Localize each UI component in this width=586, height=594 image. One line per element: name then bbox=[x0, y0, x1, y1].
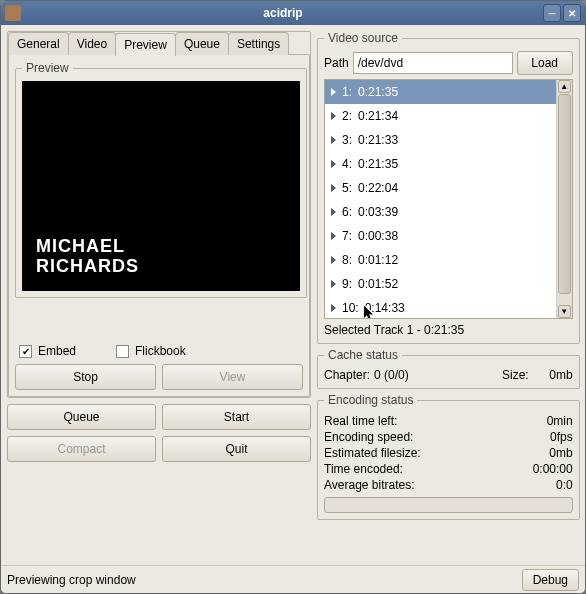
tab-video[interactable]: Video bbox=[68, 32, 116, 55]
track-duration: 0:21:34 bbox=[358, 109, 398, 123]
scroll-down-button[interactable]: ▼ bbox=[558, 305, 571, 318]
cache-status-group: Cache status Chapter: 0 (0/0) Size: 0mb bbox=[317, 348, 580, 389]
track-item[interactable]: 6:0:03:39 bbox=[325, 200, 556, 224]
track-duration: 0:21:35 bbox=[358, 85, 398, 99]
expander-icon bbox=[331, 112, 336, 120]
preview-overlay-2: RICHARDS bbox=[36, 257, 139, 277]
flickbook-checkbox[interactable]: Flickbook bbox=[116, 344, 186, 358]
minimize-button[interactable]: ─ bbox=[543, 4, 561, 22]
track-index: 8: bbox=[342, 253, 352, 267]
track-item[interactable]: 3:0:21:33 bbox=[325, 128, 556, 152]
checkbox-empty-icon bbox=[116, 345, 129, 358]
window-title: acidrip bbox=[25, 6, 541, 20]
track-item[interactable]: 7:0:00:38 bbox=[325, 224, 556, 248]
track-duration: 0:01:12 bbox=[358, 253, 398, 267]
flickbook-label: Flickbook bbox=[135, 344, 186, 358]
encoding-row: Real time left:0min bbox=[324, 413, 573, 429]
expander-icon bbox=[331, 136, 336, 144]
track-duration: 0:14:33 bbox=[365, 301, 405, 315]
track-item[interactable]: 10:0:14:33 bbox=[325, 296, 556, 318]
cache-status-legend: Cache status bbox=[324, 348, 402, 362]
cache-size-label: Size: bbox=[502, 368, 529, 382]
expander-icon bbox=[331, 304, 336, 312]
status-text: Previewing crop window bbox=[7, 573, 516, 587]
track-duration: 0:21:35 bbox=[358, 157, 398, 171]
encoding-label: Average bitrates: bbox=[324, 478, 415, 492]
preview-video: MICHAEL RICHARDS bbox=[22, 81, 300, 291]
cache-size-value: 0mb bbox=[533, 368, 573, 382]
scroll-thumb[interactable] bbox=[558, 94, 571, 294]
encoding-label: Encoding speed: bbox=[324, 430, 413, 444]
track-index: 3: bbox=[342, 133, 352, 147]
track-item[interactable]: 5:0:22:04 bbox=[325, 176, 556, 200]
encoding-label: Time encoded: bbox=[324, 462, 403, 476]
track-duration: 0:22:04 bbox=[358, 181, 398, 195]
encoding-value: 0min bbox=[547, 414, 573, 428]
main-tabs: General Video Preview Queue Settings Pre… bbox=[7, 31, 311, 398]
encoding-value: 0:00:00 bbox=[533, 462, 573, 476]
track-index: 6: bbox=[342, 205, 352, 219]
encoding-value: 0:0 bbox=[556, 478, 573, 492]
titlebar: acidrip ─ ✕ bbox=[1, 1, 585, 25]
path-input[interactable] bbox=[353, 52, 513, 74]
track-item[interactable]: 4:0:21:35 bbox=[325, 152, 556, 176]
encoding-progress bbox=[324, 497, 573, 513]
tab-settings[interactable]: Settings bbox=[228, 32, 289, 55]
expander-icon bbox=[331, 256, 336, 264]
track-item[interactable]: 1:0:21:35 bbox=[325, 80, 556, 104]
encoding-row: Average bitrates:0:0 bbox=[324, 477, 573, 493]
encoding-row: Estimated filesize:0mb bbox=[324, 445, 573, 461]
tab-general[interactable]: General bbox=[8, 32, 69, 55]
encoding-label: Real time left: bbox=[324, 414, 397, 428]
selected-track-label: Selected Track 1 - 0:21:35 bbox=[324, 323, 573, 337]
expander-icon bbox=[331, 280, 336, 288]
track-index: 2: bbox=[342, 109, 352, 123]
track-index: 9: bbox=[342, 277, 352, 291]
load-button[interactable]: Load bbox=[517, 51, 573, 75]
video-source-group: Video source Path Load 1:0:21:352:0:21:3… bbox=[317, 31, 580, 344]
embed-checkbox[interactable]: ✔ Embed bbox=[19, 344, 76, 358]
compact-button[interactable]: Compact bbox=[7, 436, 156, 462]
quit-button[interactable]: Quit bbox=[162, 436, 311, 462]
cache-chapter-value: 0 (0/0) bbox=[374, 368, 409, 382]
preview-group: Preview MICHAEL RICHARDS bbox=[15, 61, 307, 298]
debug-button[interactable]: Debug bbox=[522, 569, 579, 591]
expander-icon bbox=[331, 160, 336, 168]
track-item[interactable]: 8:0:01:12 bbox=[325, 248, 556, 272]
tab-queue[interactable]: Queue bbox=[175, 32, 229, 55]
stop-button[interactable]: Stop bbox=[15, 364, 156, 390]
track-duration: 0:00:38 bbox=[358, 229, 398, 243]
view-button[interactable]: View bbox=[162, 364, 303, 390]
app-icon bbox=[5, 5, 21, 21]
checkmark-icon: ✔ bbox=[19, 345, 32, 358]
track-duration: 0:21:33 bbox=[358, 133, 398, 147]
preview-overlay-1: MICHAEL bbox=[36, 237, 139, 257]
close-button[interactable]: ✕ bbox=[563, 4, 581, 22]
encoding-status-legend: Encoding status bbox=[324, 393, 417, 407]
track-index: 10: bbox=[342, 301, 359, 315]
track-index: 4: bbox=[342, 157, 352, 171]
tab-preview[interactable]: Preview bbox=[115, 33, 176, 56]
encoding-value: 0mb bbox=[549, 446, 572, 460]
queue-button[interactable]: Queue bbox=[7, 404, 156, 430]
video-source-legend: Video source bbox=[324, 31, 402, 45]
scroll-up-button[interactable]: ▲ bbox=[558, 80, 571, 93]
track-index: 5: bbox=[342, 181, 352, 195]
scrollbar-vertical[interactable]: ▲ ▼ bbox=[556, 80, 572, 318]
encoding-value: 0fps bbox=[550, 430, 573, 444]
expander-icon bbox=[331, 88, 336, 96]
expander-icon bbox=[331, 232, 336, 240]
track-item[interactable]: 2:0:21:34 bbox=[325, 104, 556, 128]
track-index: 1: bbox=[342, 85, 352, 99]
track-list[interactable]: 1:0:21:352:0:21:343:0:21:334:0:21:355:0:… bbox=[324, 79, 573, 319]
path-label: Path bbox=[324, 56, 349, 70]
track-item[interactable]: 9:0:01:52 bbox=[325, 272, 556, 296]
track-duration: 0:01:52 bbox=[358, 277, 398, 291]
encoding-row: Encoding speed:0fps bbox=[324, 429, 573, 445]
start-button[interactable]: Start bbox=[162, 404, 311, 430]
expander-icon bbox=[331, 184, 336, 192]
cache-chapter-label: Chapter: bbox=[324, 368, 370, 382]
encoding-label: Estimated filesize: bbox=[324, 446, 421, 460]
preview-legend: Preview bbox=[22, 61, 73, 75]
track-duration: 0:03:39 bbox=[358, 205, 398, 219]
